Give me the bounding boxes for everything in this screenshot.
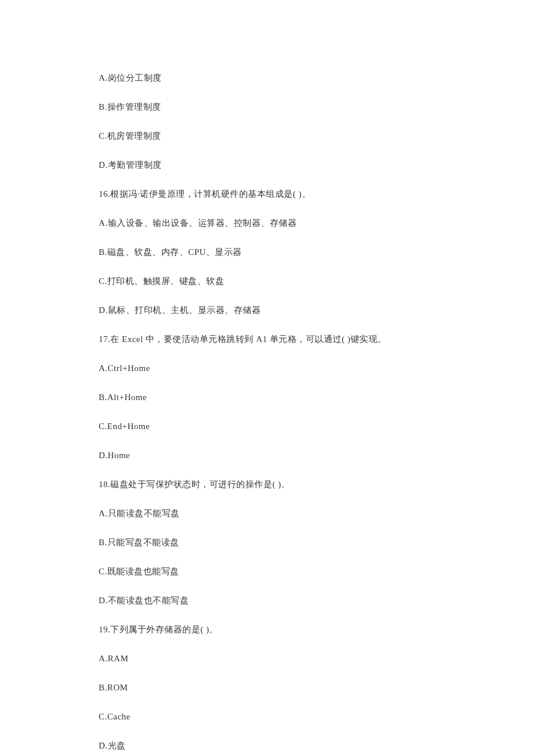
option-text: D.鼠标、打印机、主机、显示器、存储器 <box>99 303 459 317</box>
option-text: B.ROM <box>99 681 459 694</box>
option-text: B.Alt+Home <box>99 390 459 404</box>
option-text: D.不能读盘也不能写盘 <box>99 593 459 607</box>
option-text: C.机房管理制度 <box>99 129 459 143</box>
option-text: A.只能读盘不能写盘 <box>99 506 459 520</box>
option-text: C.打印机、触摸屏、键盘、软盘 <box>99 274 459 288</box>
option-text: A.Ctrl+Home <box>99 361 459 375</box>
option-text: D.Home <box>99 448 459 462</box>
option-text: B.磁盘、软盘、内存、CPU、显示器 <box>99 245 459 259</box>
option-text: B.只能写盘不能读盘 <box>99 535 459 549</box>
option-text: A.RAM <box>99 651 459 665</box>
option-text: C.Cache <box>99 710 459 723</box>
option-text: C.既能读盘也能写盘 <box>99 564 459 578</box>
option-text: D.考勤管理制度 <box>99 158 459 172</box>
question-text: 18.磁盘处于写保护状态时，可进行的操作是( )。 <box>99 477 459 491</box>
document-page: A.岗位分工制度 B.操作管理制度 C.机房管理制度 D.考勤管理制度 16.根… <box>0 0 459 756</box>
question-text: 17.在 Excel 中，要使活动单元格跳转到 A1 单元格，可以通过( )键实… <box>99 332 459 346</box>
option-text: C.End+Home <box>99 419 459 433</box>
option-text: B.操作管理制度 <box>99 100 459 114</box>
question-text: 16.根据冯·诺伊曼原理，计算机硬件的基本组成是( )。 <box>99 187 459 201</box>
option-text: A.岗位分工制度 <box>99 71 459 85</box>
option-text: D.光盘 <box>99 739 459 753</box>
question-text: 19.下列属于外存储器的是( )。 <box>99 622 459 636</box>
option-text: A.输入设备、输出设备、运算器、控制器、存储器 <box>99 216 459 230</box>
